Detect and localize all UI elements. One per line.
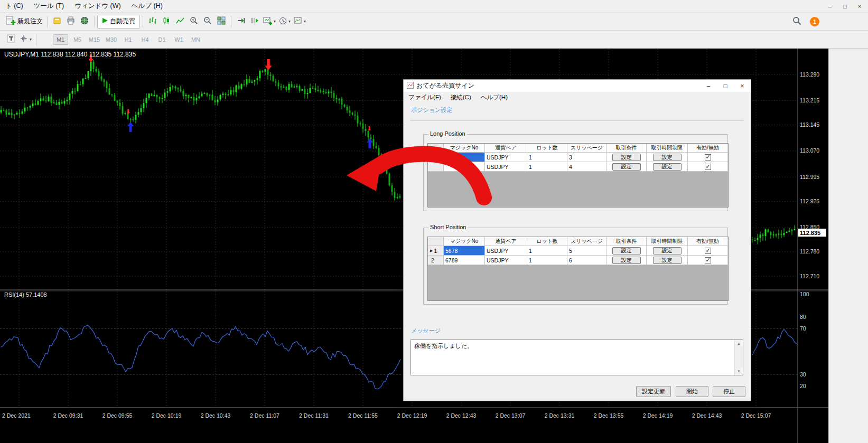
dialog-minimize-button[interactable]: – [700,80,717,92]
timeframe-m1[interactable]: M1 [53,34,68,45]
lot-size-cell[interactable]: 1 [527,256,567,265]
periods-dropdown-button[interactable]: ▾ [277,15,292,29]
dialog-close-button[interactable]: × [734,80,751,92]
enabled-checkbox[interactable] [705,164,711,170]
chart-symbol-ohlc-label: USDJPY,M1 112.838 112.840 112.835 112.83… [4,51,136,58]
crosshair-dropdown-button[interactable]: ▾ [18,33,33,46]
currency-pair-cell[interactable]: USDJPY [485,246,527,256]
col-currency-pair: 通貨ペア [485,144,527,153]
stop-button[interactable]: 停止 [713,386,745,397]
update-settings-button[interactable]: 設定更新 [636,386,671,397]
menu-help[interactable]: ヘルプ (H) [126,0,168,12]
magic-no-cell[interactable]: 5678 [444,246,485,256]
bar-chart-button[interactable] [146,15,160,29]
web-button[interactable] [78,15,91,29]
auto-trading-toggle[interactable]: 自動売買 [97,15,140,29]
dialog-titlebar[interactable]: おてがる売買サイン – □ × [404,80,751,92]
trade-conditions-config-button[interactable]: 設定 [612,247,641,255]
col-trade-conditions: 取引条件 [606,237,647,246]
svg-text:113.290: 113.290 [800,71,819,78]
col-trade-time-limit: 取引時間制限 [647,237,688,246]
zoom-out-button[interactable] [201,15,214,29]
indicators-dropdown-button[interactable]: ▾ [262,15,277,29]
dialog-menu-help[interactable]: ヘルプ(H) [476,92,512,102]
search-icon [792,16,801,27]
notification-badge[interactable]: 1 [810,17,819,26]
enabled-checkbox[interactable] [705,257,711,263]
magic-no-cell[interactable]: 1234 [444,153,485,162]
separator [94,16,95,27]
svg-text:2 Dec 13:07: 2 Dec 13:07 [496,412,526,419]
dialog-maximize-button[interactable]: □ [717,80,734,92]
time-limit-config-button[interactable]: 設定 [653,247,682,255]
magic-no-cell[interactable] [444,162,485,172]
scroll-down-icon[interactable]: ▼ [738,367,741,375]
currency-pair-cell[interactable]: USDJPY [485,162,527,172]
enabled-checkbox[interactable] [705,154,711,161]
candlestick-chart-button[interactable] [160,15,173,29]
short-position-group: Short Position マジックNo 通貨ペア ロット数 スリッページ 取… [423,228,728,305]
print-button[interactable] [64,15,78,29]
message-scrollbar[interactable]: ▲ ▼ [734,340,743,375]
start-button[interactable]: 開始 [676,386,708,397]
enabled-checkbox[interactable] [705,248,711,254]
svg-text:113.145: 113.145 [800,121,819,128]
slippage-cell[interactable]: 5 [567,246,606,256]
tile-windows-button[interactable] [214,15,228,29]
auto-scroll-button[interactable] [234,15,248,29]
timeframe-d1[interactable]: D1 [154,34,170,45]
time-limit-config-button[interactable]: 設定 [653,154,682,161]
currency-pair-cell[interactable]: USDJPY [485,256,527,265]
row-header-cell[interactable] [428,162,444,172]
svg-text:2 Dec 10:43: 2 Dec 10:43 [201,412,231,419]
tab-position-settings[interactable]: ポジション設定 [411,106,452,114]
line-chart-button[interactable] [173,15,187,29]
row-header-cell[interactable]: ▶ [428,153,444,162]
svg-text:2 Dec 11:07: 2 Dec 11:07 [250,412,279,419]
row-header-cell[interactable]: 2 [428,256,444,265]
new-order-label: 新規注文 [17,17,43,26]
dialog-menu-connect[interactable]: 接続(C) [446,92,476,102]
currency-pair-cell[interactable]: USDJPY [485,153,527,162]
search-button[interactable] [790,15,804,29]
col-enabled: 有効/無効 [688,144,728,153]
window-maximize-button[interactable]: □ [837,2,852,11]
time-limit-config-button[interactable]: 設定 [653,163,682,171]
accounts-button[interactable] [50,15,64,29]
timeframe-mn[interactable]: MN [188,34,203,45]
chart-shift-button[interactable] [248,15,262,29]
templates-dropdown-button[interactable]: ▾ [292,15,307,29]
scroll-up-icon[interactable]: ▲ [738,340,741,347]
lot-size-cell[interactable]: 1 [527,162,567,172]
slippage-cell[interactable]: 3 [567,153,606,162]
zoom-in-button[interactable] [187,15,201,29]
svg-text:2 Dec 09:55: 2 Dec 09:55 [102,412,133,419]
menu-window[interactable]: ウィンドウ (W) [69,0,126,12]
magic-no-cell[interactable]: 6789 [444,256,485,265]
timeframe-w1[interactable]: W1 [171,34,186,45]
menu-chart[interactable]: ト (C) [0,0,29,12]
lot-size-cell[interactable]: 1 [527,246,567,256]
window-close-button[interactable]: × [852,2,867,11]
timeframe-h4[interactable]: H4 [137,34,153,45]
slippage-cell[interactable]: 4 [567,162,606,172]
cursor-button[interactable] [4,33,18,46]
trade-conditions-config-button[interactable]: 設定 [612,163,641,171]
new-order-button[interactable]: 新規注文 [4,15,44,29]
timeframe-m15[interactable]: M15 [87,34,102,45]
time-limit-config-button[interactable]: 設定 [653,257,682,264]
message-box[interactable]: 稼働を指示しました。 ▲ ▼ [410,340,743,375]
lot-size-cell[interactable]: 1 [527,153,567,162]
timeframe-m5[interactable]: M5 [70,34,85,45]
line-chart-icon [176,16,184,26]
timeframe-m30[interactable]: M30 [104,34,119,45]
slippage-cell[interactable]: 6 [567,256,606,265]
window-minimize-button[interactable]: – [823,2,837,11]
col-enabled: 有効/無効 [688,237,728,246]
dialog-menu-file[interactable]: ファイル(F) [404,92,446,102]
trade-conditions-config-button[interactable]: 設定 [612,257,641,264]
timeframe-h1[interactable]: H1 [120,34,136,45]
trade-conditions-config-button[interactable]: 設定 [612,154,641,161]
menu-tools[interactable]: ツール (T) [29,0,70,12]
row-header-cell[interactable]: ▶1 [428,246,444,256]
